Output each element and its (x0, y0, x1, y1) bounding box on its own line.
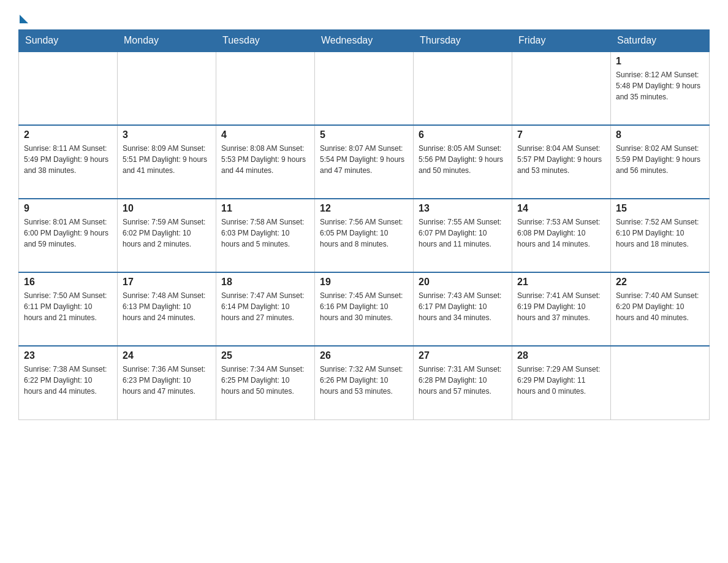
day-number: 26 (320, 350, 408, 361)
calendar-week-3: 9Sunrise: 8:01 AM Sunset: 6:00 PM Daylig… (19, 199, 710, 272)
calendar-cell: 21Sunrise: 7:41 AM Sunset: 6:19 PM Dayli… (512, 272, 611, 346)
day-info: Sunrise: 7:47 AM Sunset: 6:14 PM Dayligh… (221, 290, 309, 323)
day-info: Sunrise: 7:32 AM Sunset: 6:26 PM Dayligh… (320, 364, 408, 397)
calendar-cell (216, 52, 315, 125)
day-info: Sunrise: 7:58 AM Sunset: 6:03 PM Dayligh… (221, 216, 309, 250)
day-number: 10 (123, 203, 211, 214)
day-info: Sunrise: 7:59 AM Sunset: 6:02 PM Dayligh… (123, 216, 211, 250)
calendar-cell: 26Sunrise: 7:32 AM Sunset: 6:26 PM Dayli… (315, 346, 414, 419)
day-number: 27 (419, 350, 507, 361)
day-number: 19 (320, 277, 408, 288)
calendar-cell: 16Sunrise: 7:50 AM Sunset: 6:11 PM Dayli… (19, 272, 118, 346)
calendar-cell: 6Sunrise: 8:05 AM Sunset: 5:56 PM Daylig… (414, 125, 512, 199)
calendar-week-2: 2Sunrise: 8:11 AM Sunset: 5:49 PM Daylig… (19, 125, 710, 199)
day-info: Sunrise: 7:41 AM Sunset: 6:19 PM Dayligh… (517, 290, 605, 323)
day-info: Sunrise: 8:11 AM Sunset: 5:49 PM Dayligh… (24, 143, 112, 176)
calendar-cell: 22Sunrise: 7:40 AM Sunset: 6:20 PM Dayli… (611, 272, 710, 346)
day-number: 1 (616, 56, 704, 67)
calendar-cell (19, 52, 118, 125)
day-info: Sunrise: 8:04 AM Sunset: 5:57 PM Dayligh… (517, 143, 605, 176)
day-number: 16 (24, 277, 112, 288)
day-number: 12 (320, 203, 408, 214)
day-info: Sunrise: 7:38 AM Sunset: 6:22 PM Dayligh… (24, 364, 112, 397)
day-info: Sunrise: 8:08 AM Sunset: 5:53 PM Dayligh… (221, 143, 309, 176)
calendar-cell (512, 52, 611, 125)
day-number: 4 (221, 129, 309, 140)
day-header-monday: Monday (118, 30, 216, 52)
calendar-week-4: 16Sunrise: 7:50 AM Sunset: 6:11 PM Dayli… (19, 272, 710, 346)
logo-arrow-icon (20, 15, 28, 23)
calendar-cell (315, 52, 414, 125)
day-header-wednesday: Wednesday (315, 30, 414, 52)
day-info: Sunrise: 7:36 AM Sunset: 6:23 PM Dayligh… (123, 364, 211, 397)
calendar-cell (118, 52, 216, 125)
calendar-cell: 15Sunrise: 7:52 AM Sunset: 6:10 PM Dayli… (611, 199, 710, 272)
day-info: Sunrise: 7:56 AM Sunset: 6:05 PM Dayligh… (320, 216, 408, 250)
day-number: 2 (24, 129, 112, 140)
day-info: Sunrise: 7:53 AM Sunset: 6:08 PM Dayligh… (517, 216, 605, 250)
day-info: Sunrise: 7:45 AM Sunset: 6:16 PM Dayligh… (320, 290, 408, 323)
day-number: 7 (517, 129, 605, 140)
page-header (18, 12, 710, 23)
day-info: Sunrise: 7:43 AM Sunset: 6:17 PM Dayligh… (419, 290, 507, 323)
day-info: Sunrise: 7:29 AM Sunset: 6:29 PM Dayligh… (517, 364, 605, 397)
day-header-friday: Friday (512, 30, 611, 52)
day-info: Sunrise: 8:05 AM Sunset: 5:56 PM Dayligh… (419, 143, 507, 176)
day-info: Sunrise: 8:07 AM Sunset: 5:54 PM Dayligh… (320, 143, 408, 176)
day-number: 9 (24, 203, 112, 214)
day-number: 23 (24, 350, 112, 361)
calendar-cell: 23Sunrise: 7:38 AM Sunset: 6:22 PM Dayli… (19, 346, 118, 419)
calendar-cell: 11Sunrise: 7:58 AM Sunset: 6:03 PM Dayli… (216, 199, 315, 272)
day-number: 8 (616, 129, 704, 140)
day-info: Sunrise: 7:31 AM Sunset: 6:28 PM Dayligh… (419, 364, 507, 397)
calendar-cell: 7Sunrise: 8:04 AM Sunset: 5:57 PM Daylig… (512, 125, 611, 199)
day-info: Sunrise: 7:55 AM Sunset: 6:07 PM Dayligh… (419, 216, 507, 250)
calendar-cell: 28Sunrise: 7:29 AM Sunset: 6:29 PM Dayli… (512, 346, 611, 419)
day-number: 6 (419, 129, 507, 140)
day-number: 14 (517, 203, 605, 214)
calendar-cell: 17Sunrise: 7:48 AM Sunset: 6:13 PM Dayli… (118, 272, 216, 346)
calendar-table: SundayMondayTuesdayWednesdayThursdayFrid… (18, 29, 710, 420)
calendar-cell: 9Sunrise: 8:01 AM Sunset: 6:00 PM Daylig… (19, 199, 118, 272)
calendar-cell: 1Sunrise: 8:12 AM Sunset: 5:48 PM Daylig… (611, 52, 710, 125)
calendar-cell: 8Sunrise: 8:02 AM Sunset: 5:59 PM Daylig… (611, 125, 710, 199)
day-info: Sunrise: 8:02 AM Sunset: 5:59 PM Dayligh… (616, 143, 704, 176)
logo (18, 12, 28, 23)
day-info: Sunrise: 8:12 AM Sunset: 5:48 PM Dayligh… (616, 69, 704, 102)
day-number: 24 (123, 350, 211, 361)
calendar-cell (611, 346, 710, 419)
day-header-thursday: Thursday (414, 30, 512, 52)
calendar-cell: 13Sunrise: 7:55 AM Sunset: 6:07 PM Dayli… (414, 199, 512, 272)
calendar-cell: 14Sunrise: 7:53 AM Sunset: 6:08 PM Dayli… (512, 199, 611, 272)
calendar-cell: 4Sunrise: 8:08 AM Sunset: 5:53 PM Daylig… (216, 125, 315, 199)
day-number: 5 (320, 129, 408, 140)
calendar-cell: 25Sunrise: 7:34 AM Sunset: 6:25 PM Dayli… (216, 346, 315, 419)
calendar-cell: 2Sunrise: 8:11 AM Sunset: 5:49 PM Daylig… (19, 125, 118, 199)
day-number: 28 (517, 350, 605, 361)
day-number: 15 (616, 203, 704, 214)
calendar-header-row: SundayMondayTuesdayWednesdayThursdayFrid… (19, 30, 710, 52)
day-info: Sunrise: 8:09 AM Sunset: 5:51 PM Dayligh… (123, 143, 211, 176)
day-info: Sunrise: 8:01 AM Sunset: 6:00 PM Dayligh… (24, 216, 112, 250)
calendar-cell: 18Sunrise: 7:47 AM Sunset: 6:14 PM Dayli… (216, 272, 315, 346)
day-number: 25 (221, 350, 309, 361)
day-number: 3 (123, 129, 211, 140)
calendar-cell: 12Sunrise: 7:56 AM Sunset: 6:05 PM Dayli… (315, 199, 414, 272)
day-info: Sunrise: 7:34 AM Sunset: 6:25 PM Dayligh… (221, 364, 309, 397)
day-number: 17 (123, 277, 211, 288)
day-number: 11 (221, 203, 309, 214)
day-info: Sunrise: 7:40 AM Sunset: 6:20 PM Dayligh… (616, 290, 704, 323)
calendar-cell (414, 52, 512, 125)
calendar-cell: 10Sunrise: 7:59 AM Sunset: 6:02 PM Dayli… (118, 199, 216, 272)
calendar-week-1: 1Sunrise: 8:12 AM Sunset: 5:48 PM Daylig… (19, 52, 710, 125)
day-header-sunday: Sunday (19, 30, 118, 52)
day-number: 13 (419, 203, 507, 214)
calendar-cell: 5Sunrise: 8:07 AM Sunset: 5:54 PM Daylig… (315, 125, 414, 199)
day-number: 18 (221, 277, 309, 288)
day-number: 20 (419, 277, 507, 288)
day-info: Sunrise: 7:50 AM Sunset: 6:11 PM Dayligh… (24, 290, 112, 323)
day-info: Sunrise: 7:52 AM Sunset: 6:10 PM Dayligh… (616, 216, 704, 250)
day-header-saturday: Saturday (611, 30, 710, 52)
calendar-week-5: 23Sunrise: 7:38 AM Sunset: 6:22 PM Dayli… (19, 346, 710, 419)
day-info: Sunrise: 7:48 AM Sunset: 6:13 PM Dayligh… (123, 290, 211, 323)
